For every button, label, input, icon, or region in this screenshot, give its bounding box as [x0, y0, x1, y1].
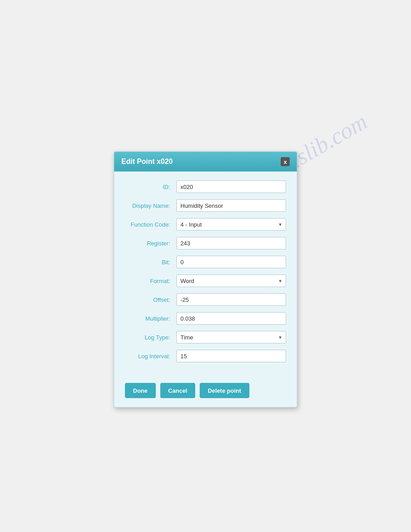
register-input[interactable] [176, 237, 286, 249]
multiplier-input[interactable] [176, 312, 286, 325]
format-select-wrapper: Word Byte Float Bit ▼ [176, 275, 286, 287]
offset-row: Offset: [125, 293, 286, 306]
delete-point-button[interactable]: Delete point [200, 383, 249, 398]
display-name-input[interactable] [176, 199, 286, 212]
display-name-row: Display Name: [125, 199, 286, 212]
dialog-title: Edit Point x020 [121, 158, 173, 166]
log-interval-input[interactable] [176, 350, 286, 362]
id-row: ID: [125, 180, 286, 193]
edit-point-dialog: Edit Point x020 x ID: Display Name: Func… [114, 151, 297, 408]
bit-row: Bit: [125, 256, 286, 268]
close-button[interactable]: x [281, 157, 290, 166]
dialog-header: Edit Point x020 x [114, 152, 297, 172]
function-code-select-wrapper: 4 - Input 1 - Coil 2 - Discrete 3 - Hold… [176, 218, 286, 231]
bit-input[interactable] [176, 256, 286, 268]
log-type-row: Log Type: Time Change None ▼ [125, 331, 286, 343]
multiplier-label: Multiplier: [125, 315, 176, 322]
format-row: Format: Word Byte Float Bit ▼ [125, 275, 286, 287]
dialog-footer: Done Cancel Delete point [114, 378, 297, 407]
log-type-select-wrapper: Time Change None ▼ [176, 331, 286, 343]
bit-label: Bit: [125, 259, 176, 266]
function-code-label: Function Code: [125, 221, 176, 228]
display-name-label: Display Name: [125, 202, 176, 209]
log-interval-row: Log Interval: [125, 350, 286, 362]
format-select[interactable]: Word Byte Float Bit [176, 275, 286, 287]
id-input[interactable] [176, 180, 286, 193]
done-button[interactable]: Done [125, 383, 156, 398]
overlay: manualslib.com Edit Point x020 x ID: Dis… [0, 0, 411, 532]
multiplier-row: Multiplier: [125, 312, 286, 325]
log-type-select[interactable]: Time Change None [176, 331, 286, 343]
log-interval-label: Log Interval: [125, 353, 176, 360]
register-label: Register: [125, 240, 176, 247]
function-code-select[interactable]: 4 - Input 1 - Coil 2 - Discrete 3 - Hold… [176, 218, 286, 231]
log-type-label: Log Type: [125, 334, 176, 341]
format-label: Format: [125, 278, 176, 284]
id-label: ID: [125, 184, 176, 190]
dialog-body: ID: Display Name: Function Code: 4 - Inp… [114, 172, 297, 378]
offset-input[interactable] [176, 293, 286, 306]
cancel-button[interactable]: Cancel [160, 383, 196, 398]
function-code-row: Function Code: 4 - Input 1 - Coil 2 - Di… [125, 218, 286, 231]
register-row: Register: [125, 237, 286, 249]
offset-label: Offset: [125, 296, 176, 303]
